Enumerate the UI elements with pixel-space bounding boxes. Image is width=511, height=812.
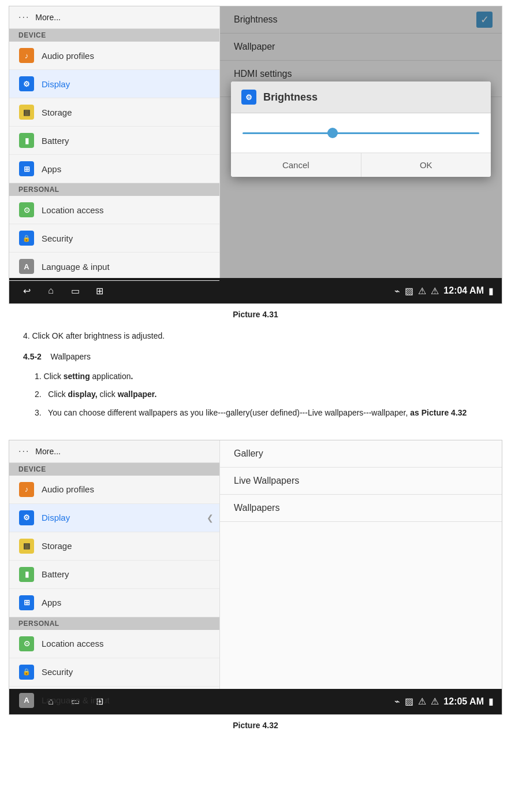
step1-bold: setting xyxy=(64,372,90,381)
image-icon: ▨ xyxy=(405,286,413,296)
audio2-icon: ♪ xyxy=(18,481,35,498)
sidebar-panel-1: ··· More... DEVICE ♪ Audio profiles ⚙ Di… xyxy=(9,6,220,278)
storage-label: Storage xyxy=(42,107,72,117)
sidebar-panel-2: ··· More... DEVICE ♪ Audio profiles ⚙ Di… xyxy=(9,440,220,689)
display-icon: ⚙ xyxy=(18,76,35,92)
image2-icon: ▨ xyxy=(405,696,413,707)
sidebar-item-display[interactable]: ⚙ Display xyxy=(9,70,219,98)
security-label: Security xyxy=(42,233,73,243)
apps2-label: Apps xyxy=(42,598,61,607)
more-label: More... xyxy=(35,13,61,22)
screenshot-panel-1: ··· More... DEVICE ♪ Audio profiles ⚙ Di… xyxy=(9,6,502,304)
gallery-text: Gallery xyxy=(234,448,263,458)
sidebar2-item-apps[interactable]: ⊞ Apps xyxy=(9,589,219,617)
usb-icon: ⌁ xyxy=(394,286,400,296)
audio-icon: ♪ xyxy=(18,47,35,64)
sidebar2-item-more[interactable]: ··· More... xyxy=(9,440,219,463)
dialog-title: Brightness xyxy=(263,91,318,103)
battery2-label: Battery xyxy=(42,569,69,579)
personal2-section-header: PERSONAL xyxy=(9,617,219,630)
cancel-button[interactable]: Cancel xyxy=(231,153,361,177)
warn1-icon: ⚠ xyxy=(418,286,426,296)
storage2-icon: ▤ xyxy=(18,538,35,554)
status-time-1: 12:04 AM xyxy=(443,286,484,296)
sidebar2-item-language[interactable]: A Language & input xyxy=(9,687,219,715)
security2-icon: 🔒 xyxy=(18,664,35,680)
content-gallery[interactable]: Gallery xyxy=(220,440,502,468)
sidebar2-item-security[interactable]: 🔒 Security xyxy=(9,658,219,687)
status2-icons-right: ⌁ ▨ ⚠ ⚠ 12:05 AM ▮ xyxy=(394,696,494,707)
step2-display: display, xyxy=(68,390,98,399)
location2-icon: ⊙ xyxy=(18,636,35,652)
device-section-header: DEVICE xyxy=(9,29,219,42)
warn2-icon: ⚠ xyxy=(431,286,439,296)
step1-period: . xyxy=(131,372,133,381)
display2-label: Display xyxy=(42,513,70,522)
content-live-wallpapers[interactable]: Live Wallpapers xyxy=(220,468,502,495)
sidebar2-item-storage[interactable]: ▤ Storage xyxy=(9,532,219,561)
language2-label: Language & input xyxy=(42,695,110,705)
apps2-icon: ⊞ xyxy=(18,595,35,611)
sidebar2-item-audio[interactable]: ♪ Audio profiles xyxy=(9,476,219,504)
sidebar-item-storage[interactable]: ▤ Storage xyxy=(9,98,219,127)
battery-label: Battery xyxy=(42,136,69,146)
wallpapers-text: Wallpapers xyxy=(234,503,279,513)
screenshot-button[interactable]: ⊞ xyxy=(90,281,109,300)
brightness-dialog: ⚙ Brightness Cancel OK xyxy=(231,81,491,177)
status-bar-1: ↩ ⌂ ▭ ⊞ ⌁ ▨ ⚠ ⚠ 12:04 AM ▮ xyxy=(9,278,502,303)
section-heading: 4.5-2 Wallpapers xyxy=(23,350,488,364)
location-icon: ⊙ xyxy=(18,202,35,218)
caption-1: Picture 4.31 xyxy=(0,304,511,322)
sidebar-item-audio[interactable]: ♪ Audio profiles xyxy=(9,42,219,70)
status-nav-buttons: ↩ ⌂ ▭ ⊞ xyxy=(17,281,109,300)
sidebar-item-apps[interactable]: ⊞ Apps xyxy=(9,155,219,183)
language-icon: A xyxy=(18,258,35,275)
apps-label: Apps xyxy=(42,164,61,174)
sidebar-item-battery[interactable]: ▮ Battery xyxy=(9,127,219,155)
personal-section-header: PERSONAL xyxy=(9,183,219,196)
language2-icon: A xyxy=(18,692,35,709)
recents-button[interactable]: ▭ xyxy=(66,281,84,300)
ok-button[interactable]: OK xyxy=(361,153,491,177)
step2-wallpaper: wallpaper. xyxy=(118,390,157,399)
battery-status-icon: ▮ xyxy=(488,286,494,296)
brightness-slider[interactable] xyxy=(243,127,479,139)
apps-icon: ⊞ xyxy=(18,161,35,177)
dialog-overlay: ⚙ Brightness Cancel OK xyxy=(220,6,502,278)
sidebar-item-security[interactable]: 🔒 Security xyxy=(9,224,219,253)
screenshot-panel-2: ··· More... DEVICE ♪ Audio profiles ⚙ Di… xyxy=(9,440,502,715)
sidebar2-item-battery[interactable]: ▮ Battery xyxy=(9,561,219,589)
home-button[interactable]: ⌂ xyxy=(42,281,60,300)
battery2-icon: ▮ xyxy=(18,566,35,583)
device2-section-header: DEVICE xyxy=(9,463,219,476)
warn4-icon: ⚠ xyxy=(431,696,439,707)
body-text-section: 4. Click OK after brightness is adjusted… xyxy=(0,322,511,432)
sidebar-item-location[interactable]: ⊙ Location access xyxy=(9,196,219,224)
main-content-2: Gallery Live Wallpapers Wallpapers xyxy=(220,440,502,689)
back-button[interactable]: ↩ xyxy=(17,281,36,300)
sidebar-item-more[interactable]: ··· More... xyxy=(9,6,219,29)
step3-bold: as Picture 4.32 xyxy=(410,408,467,417)
sidebar2-item-location[interactable]: ⊙ Location access xyxy=(9,630,219,658)
section-title: Wallpapers xyxy=(50,352,91,361)
status-time-2: 12:05 AM xyxy=(443,696,484,707)
audio2-label: Audio profiles xyxy=(42,484,94,494)
battery-icon: ▮ xyxy=(18,132,35,149)
step3-text: 3. You can choose different wallpapers a… xyxy=(35,406,488,420)
dialog-gear-icon: ⚙ xyxy=(241,90,256,105)
section-num: 4.5-2 xyxy=(23,352,42,361)
brightness-thumb[interactable] xyxy=(327,128,338,138)
sidebar-item-language[interactable]: A Language & input xyxy=(9,253,219,281)
storage-icon: ▤ xyxy=(18,104,35,120)
more-icon: ··· xyxy=(18,12,29,23)
security2-label: Security xyxy=(42,667,73,677)
chevron-right-icon: ❮ xyxy=(207,513,214,522)
sidebar2-item-display[interactable]: ⚙ Display ❮ xyxy=(9,504,219,532)
step1-text: 1. Click setting application. xyxy=(35,370,488,384)
location-label: Location access xyxy=(42,205,104,215)
battery2-status-icon: ▮ xyxy=(488,696,494,707)
content-wallpapers[interactable]: Wallpapers xyxy=(220,495,502,522)
display2-icon: ⚙ xyxy=(18,510,35,526)
storage2-label: Storage xyxy=(42,541,72,551)
live-wallpapers-text: Live Wallpapers xyxy=(234,476,299,485)
